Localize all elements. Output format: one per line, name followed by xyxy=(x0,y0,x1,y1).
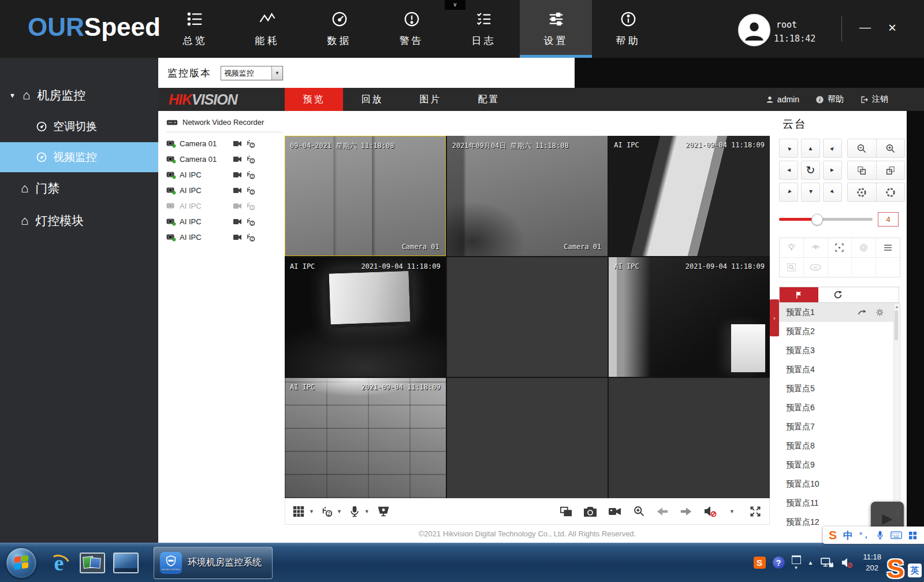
ptz-speed-slider[interactable] xyxy=(779,218,873,221)
logout-link[interactable]: 注销 xyxy=(860,94,888,105)
channel-row[interactable]: AI IPC 2 xyxy=(166,214,283,229)
hidden-window-tray-icon[interactable]: ▼ xyxy=(792,555,801,570)
nav-item-data[interactable]: 数据 xyxy=(303,0,375,58)
nav-item-help[interactable]: 帮助 xyxy=(592,0,664,58)
channel-row[interactable]: AI IPC 2 xyxy=(166,229,283,245)
close-button[interactable]: × xyxy=(888,20,896,36)
next-page-button[interactable] xyxy=(680,506,692,517)
tab-playback[interactable]: 回放 xyxy=(343,88,401,111)
stream-type-button[interactable]: 2 xyxy=(321,506,333,517)
select-dropdown-arrow[interactable]: ▼ xyxy=(271,66,282,80)
light-button[interactable] xyxy=(780,238,803,257)
volume-muted-tray-icon[interactable] xyxy=(841,557,854,568)
previous-page-button[interactable] xyxy=(656,506,669,517)
preset-item[interactable]: 预置点6 xyxy=(779,398,899,417)
volume-dropdown-caret[interactable]: ▼ xyxy=(729,509,735,514)
focus-near-button[interactable] xyxy=(848,161,876,179)
iris-close-button[interactable] xyxy=(848,183,876,201)
set-preset-gear-icon[interactable] xyxy=(875,308,884,317)
ptz-speed-input[interactable] xyxy=(878,212,899,227)
ptz-right-button[interactable]: ▲ xyxy=(823,161,842,180)
live-view-icon[interactable] xyxy=(233,155,243,163)
video-cell-6[interactable]: AI IPC 2021-09-04 11:18:09 xyxy=(609,257,770,377)
record-button[interactable] xyxy=(608,506,622,517)
ptz-up-left-button[interactable]: ▲ xyxy=(779,139,798,158)
admin-user[interactable]: admin xyxy=(766,95,799,104)
tab-patrol-refresh[interactable] xyxy=(818,287,857,302)
auxiliary-focus-button[interactable] xyxy=(828,238,852,257)
stream-type-icon[interactable]: 2 xyxy=(246,217,255,226)
live-view-icon[interactable] xyxy=(233,218,243,225)
preset-item[interactable]: 预置点5 xyxy=(779,379,899,398)
nav-item-energy[interactable]: 能耗 xyxy=(231,0,303,58)
threed-positioning-button[interactable]: 3D xyxy=(803,258,828,277)
snapshot-button[interactable] xyxy=(583,506,597,517)
menu-button[interactable] xyxy=(875,238,900,257)
ptz-up-button[interactable]: ▲ xyxy=(801,139,820,158)
live-view-icon[interactable] xyxy=(233,140,243,147)
hik-help-link[interactable]: i 帮助 xyxy=(815,94,844,105)
zoom-out-button[interactable] xyxy=(848,139,876,157)
stream-type-icon[interactable]: 2 xyxy=(246,202,255,210)
focus-far-button[interactable] xyxy=(876,161,905,179)
stream-type-icon[interactable]: 2 xyxy=(246,233,255,242)
taskbar-active-app[interactable]: MONITORING 环境机房监控系统 xyxy=(154,547,273,579)
video-cell-9-empty[interactable] xyxy=(609,378,770,498)
video-cell-8-empty[interactable] xyxy=(447,378,608,498)
minimize-button[interactable]: — xyxy=(859,21,871,34)
start-button[interactable] xyxy=(6,547,37,579)
preset-item[interactable]: 预置点7 xyxy=(779,417,899,436)
preset-item[interactable]: 预置点8 xyxy=(779,436,899,455)
wiper-button[interactable] xyxy=(803,238,828,257)
tab-picture[interactable]: 图片 xyxy=(401,88,460,111)
ptz-down-right-button[interactable]: ▲ xyxy=(823,183,842,202)
taskbar-photo-viewer-icon[interactable] xyxy=(80,550,105,576)
tab-preview[interactable]: 预览 xyxy=(285,88,343,111)
tab-presets[interactable] xyxy=(780,287,818,302)
two-way-audio-button[interactable] xyxy=(349,505,360,518)
channel-row[interactable]: AI IPC 2 xyxy=(166,183,283,198)
audio-dropdown-caret[interactable]: ▼ xyxy=(364,509,370,514)
sogou-floating-badge[interactable]: S xyxy=(886,553,904,582)
stream-type-icon[interactable]: 2 xyxy=(246,186,255,195)
show-hidden-icons-arrow[interactable]: ▲ xyxy=(808,559,814,566)
ime-punctuation[interactable]: °， xyxy=(859,530,870,540)
panel-collapse-handle[interactable]: › xyxy=(770,299,779,336)
preset-item[interactable]: 预置点4 xyxy=(779,360,899,379)
sogou-logo[interactable]: S xyxy=(829,528,837,542)
monitor-version-select[interactable]: 视频监控 ▼ xyxy=(221,66,283,80)
ptz-down-button[interactable]: ▲ xyxy=(801,183,820,202)
video-cell-1[interactable]: 09-04-2021 星期六 11:18:08 Camera 01 xyxy=(285,136,446,256)
fisheye-expand-button[interactable] xyxy=(377,505,390,518)
zoom-in-button[interactable] xyxy=(876,139,905,157)
ptz-down-left-button[interactable]: ▲ xyxy=(779,183,798,202)
live-view-icon[interactable] xyxy=(233,171,243,179)
sogou-tray-icon[interactable]: S xyxy=(754,557,766,569)
channel-row[interactable]: Camera 01 2 xyxy=(166,151,283,167)
video-cell-7[interactable]: AI IPC 2021-09-04 11:18:09 xyxy=(285,378,446,498)
digital-zoom-button[interactable] xyxy=(633,505,645,517)
preset-item[interactable]: 预置点1 xyxy=(779,303,899,322)
live-view-icon[interactable] xyxy=(233,187,243,194)
audio-mute-button[interactable] xyxy=(703,505,717,517)
layout-dropdown-caret[interactable]: ▼ xyxy=(309,509,314,514)
ptz-auto-scan-button[interactable]: ↻ xyxy=(801,161,820,180)
tab-config[interactable]: 配置 xyxy=(460,88,518,111)
taskbar-ie-icon[interactable]: e xyxy=(46,550,72,576)
network-tray-icon[interactable] xyxy=(820,557,834,569)
help-tray-icon[interactable]: ? xyxy=(773,557,785,569)
live-view-icon[interactable] xyxy=(233,233,243,241)
ime-language-chip[interactable]: 英 xyxy=(908,564,922,577)
lens-init-button[interactable] xyxy=(851,238,875,257)
device-root[interactable]: Network Video Recorder xyxy=(166,118,283,127)
sidebar-item-light-control[interactable]: ⌂ 灯控模块 xyxy=(0,205,158,237)
channel-row[interactable]: AI IPC 2 xyxy=(166,167,283,183)
scroll-up-arrow[interactable]: ▲ xyxy=(895,303,899,310)
ime-keyboard-icon[interactable] xyxy=(891,531,902,539)
preset-item[interactable]: 预置点9 xyxy=(779,455,899,475)
stop-all-button[interactable] xyxy=(560,506,572,517)
nav-item-overview[interactable]: 总览 xyxy=(159,0,231,58)
stream-type-icon[interactable]: 2 xyxy=(246,155,255,164)
fullscreen-button[interactable] xyxy=(750,506,761,517)
channel-row-offline[interactable]: AI IPC 2 xyxy=(166,198,283,214)
